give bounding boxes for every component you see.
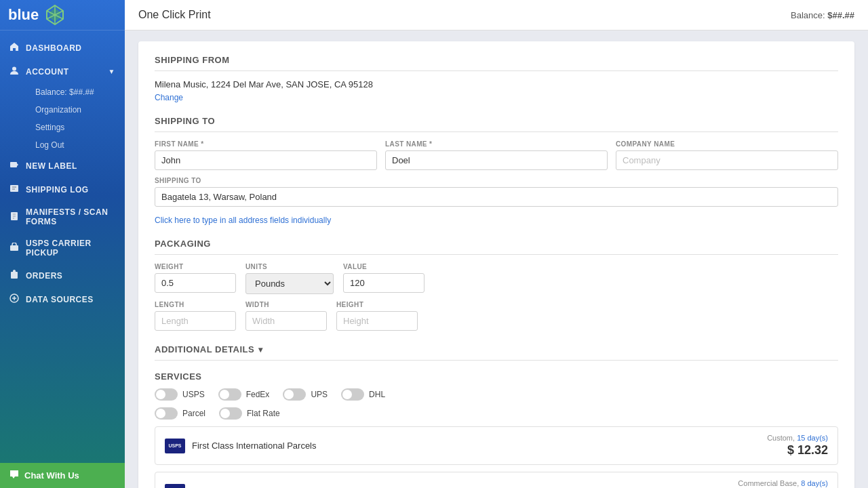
orders-icon — [9, 270, 19, 281]
width-label: WIDTH — [245, 301, 327, 308]
topbar: One Click Print Balance: $##.## — [125, 0, 868, 30]
dhl-label: DHL — [369, 390, 385, 399]
fedex-toggle[interactable] — [218, 388, 241, 401]
sidebar: blue DASHBOARD ACCOUNT ▼ Balance — [0, 0, 125, 488]
usps-toggle[interactable] — [155, 388, 178, 401]
sidebar-item-dashboard-label: DASHBOARD — [26, 43, 82, 53]
result-first-class[interactable]: USPS First Class International Parcels C… — [155, 426, 838, 465]
svg-rect-16 — [11, 272, 18, 279]
brand-name: blue — [8, 6, 39, 24]
priority-days[interactable]: 8 day(s) — [801, 479, 828, 487]
usps-label: USPS — [182, 390, 205, 399]
parcel-toggle-group: Parcel — [155, 407, 205, 420]
content-area: SHIPPING FROM Milena Music, 1224 Del Mar… — [125, 30, 868, 488]
sidebar-item-data-sources[interactable]: DATA SOURCES — [0, 287, 125, 311]
height-input[interactable] — [336, 311, 418, 331]
usps-logo-first-class: USPS — [165, 439, 185, 453]
sidebar-item-organization[interactable]: Organization — [26, 101, 125, 119]
click-here-link[interactable]: Click here to type in all address fields… — [155, 216, 331, 225]
sidebar-item-account-label: ACCOUNT — [26, 67, 69, 77]
flat-rate-label: Flat Rate — [247, 409, 280, 418]
sidebar-item-logout[interactable]: Log Out — [26, 136, 125, 154]
sidebar-item-new-label-text: NEW LABEL — [26, 161, 77, 171]
usps-toggle-group: USPS — [155, 388, 205, 401]
usps-logo-priority: USPS — [165, 484, 185, 489]
additional-details-label: ADDITIONAL DETAILS — [155, 344, 254, 354]
width-group: WIDTH — [245, 301, 327, 331]
flat-rate-toggle-group: Flat Rate — [219, 407, 280, 420]
services-section: SERVICES USPS FedEx UPS — [155, 371, 838, 420]
sidebar-logo: blue — [0, 0, 125, 30]
company-group: COMPANY NAME — [616, 140, 838, 170]
last-name-group: LAST NAME * — [385, 140, 608, 170]
address-group: SHIPPING TO — [155, 177, 838, 211]
additional-details-toggle[interactable]: ADDITIONAL DETAILS ▾ — [155, 344, 838, 361]
label-icon — [9, 160, 19, 171]
sidebar-item-new-label[interactable]: NEW LABEL — [0, 154, 125, 178]
sidebar-item-orders[interactable]: ORDERS — [0, 264, 125, 287]
dhl-toggle[interactable] — [341, 388, 364, 401]
sidebar-item-balance[interactable]: Balance: $##.## — [26, 83, 125, 101]
shipping-from-address: Milena Music, 1224 Del Mar Ave, SAN JOSE… — [155, 79, 838, 89]
ups-toggle-group: UPS — [283, 388, 328, 401]
change-address-link[interactable]: Change — [155, 93, 183, 102]
usps-pickup-icon — [9, 243, 19, 254]
name-row: FIRST NAME * LAST NAME * COMPANY NAME — [155, 140, 838, 170]
balance-display: Balance: $##.## — [791, 10, 854, 20]
logo-icon — [44, 4, 66, 26]
parcel-toggle[interactable] — [155, 407, 178, 420]
account-icon — [9, 66, 19, 77]
company-input[interactable] — [616, 150, 838, 170]
weight-input[interactable] — [155, 273, 236, 293]
sidebar-item-usps-pickup[interactable]: USPS CARRIER PICKUP — [0, 232, 125, 264]
result-first-class-right: Custom, 15 day(s) $ 12.32 — [767, 434, 828, 458]
result-priority-mail-meta: Commercial Base, 8 day(s) — [738, 479, 828, 487]
result-priority-mail-left: USPS Priority Mail International Flat Ra… — [165, 484, 366, 489]
packaging-title: PACKAGING — [155, 239, 838, 255]
width-input[interactable] — [245, 311, 327, 331]
result-priority-mail[interactable]: USPS Priority Mail International Flat Ra… — [155, 472, 838, 488]
sidebar-navigation: DASHBOARD ACCOUNT ▼ Balance: $##.## Orga… — [0, 30, 125, 463]
first-name-input[interactable] — [155, 150, 377, 170]
height-group: HEIGHT — [336, 301, 418, 331]
shipping-to-title: SHIPPING TO — [155, 116, 838, 132]
services-title: SERVICES — [155, 371, 838, 382]
first-class-days[interactable]: 15 day(s) — [797, 434, 828, 442]
chat-icon — [9, 470, 19, 481]
fedex-toggle-group: FedEx — [218, 388, 270, 401]
sidebar-item-account[interactable]: ACCOUNT ▼ — [0, 60, 125, 83]
shipping-to-section: SHIPPING TO FIRST NAME * LAST NAME * COM… — [155, 116, 838, 225]
shipping-log-icon — [9, 184, 19, 195]
value-group: VALUE — [343, 263, 425, 294]
sidebar-item-dashboard[interactable]: DASHBOARD — [0, 36, 125, 60]
home-icon — [9, 42, 19, 54]
sidebar-item-orders-label: ORDERS — [26, 271, 62, 281]
result-priority-mail-right: Commercial Base, 8 day(s) $ 35.60 — [738, 479, 828, 488]
chat-button[interactable]: Chat With Us — [0, 463, 125, 488]
ups-label: UPS — [311, 390, 328, 399]
page-title: One Click Print — [138, 9, 211, 21]
result-first-class-meta: Custom, 15 day(s) — [767, 434, 828, 442]
height-label: HEIGHT — [336, 301, 418, 308]
sidebar-item-settings[interactable]: Settings — [26, 119, 125, 136]
length-input[interactable] — [155, 311, 236, 331]
value-input[interactable] — [343, 273, 425, 293]
flat-rate-toggle[interactable] — [219, 407, 242, 420]
units-label: UNITS — [245, 263, 334, 270]
main-form-card: SHIPPING FROM Milena Music, 1224 Del Mar… — [138, 41, 854, 488]
result-first-class-price: $ 12.32 — [767, 443, 828, 458]
ups-toggle[interactable] — [283, 388, 306, 401]
svg-marker-7 — [17, 163, 18, 166]
last-name-input[interactable] — [385, 150, 608, 170]
services-row-1: USPS FedEx UPS DHL — [155, 388, 838, 401]
svg-rect-6 — [10, 162, 17, 167]
units-group: UNITS Pounds Ounces Kilograms Grams — [245, 263, 334, 294]
shipping-to-address-input[interactable] — [155, 187, 838, 207]
account-submenu: Balance: $##.## Organization Settings Lo… — [0, 83, 125, 154]
sidebar-item-manifests[interactable]: MANIFESTS / SCAN FORMS — [0, 201, 125, 232]
svg-rect-15 — [10, 245, 18, 251]
last-name-label: LAST NAME * — [385, 140, 608, 148]
sidebar-item-shipping-log[interactable]: SHIPPING LOG — [0, 178, 125, 201]
value-label: VALUE — [343, 263, 425, 270]
units-select[interactable]: Pounds Ounces Kilograms Grams — [245, 273, 334, 294]
